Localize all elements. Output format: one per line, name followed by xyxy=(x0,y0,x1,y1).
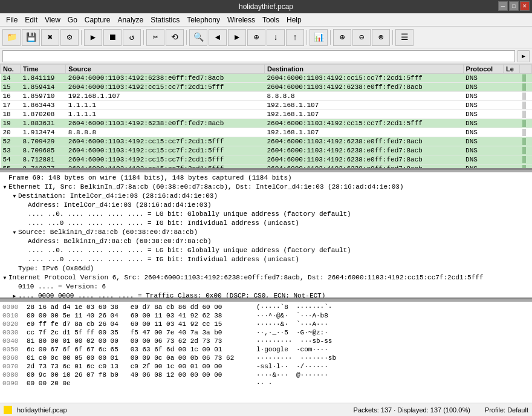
prev-toolbar-button[interactable]: ◄ xyxy=(209,29,227,46)
title-text: holidaythief.pcap xyxy=(239,2,293,11)
color-bar xyxy=(522,165,526,170)
hex-bytes: 28 16 ad d4 1e 03 60 38 e0 d7 8a cb 86 d… xyxy=(27,303,256,311)
table-row[interactable]: 141.8411192604:6000:1103:4192:6238:e0ff:… xyxy=(1,74,532,83)
menu-item-analyze[interactable]: Analyze xyxy=(114,15,148,25)
hex-line: 0040 81 80 00 01 00 02 00 00 00 00 06 73… xyxy=(2,337,530,345)
table-row[interactable]: 191.8836312604:6000:1103:4192:6238:e0ff:… xyxy=(1,119,532,128)
detail-text: 0110 .... = Version: 6 xyxy=(18,282,106,291)
packet-table: No. Time Source Destination Protocol Le … xyxy=(0,64,532,170)
hex-bytes: 01 c0 0c 00 05 00 00 01 00 09 0c 0a 00 0… xyxy=(27,354,256,362)
zoom-fit-toolbar-button[interactable]: ⊗ xyxy=(372,29,390,46)
table-row[interactable]: 161.859710192.168.1.1078.8.8.8DNS xyxy=(1,92,532,101)
hex-line: 0010 00 00 00 5e 11 40 26 04 60 00 11 03… xyxy=(2,311,530,320)
table-row[interactable]: 181.8702081.1.1.1192.168.1.107DNS xyxy=(1,110,532,119)
col-destination: Destination xyxy=(264,65,463,74)
tree-triangle-icon[interactable] xyxy=(1,183,8,192)
detail-line: .... 0000 0000 .... .... .... = Traffic … xyxy=(1,291,531,299)
detail-text: .... ...0 .... .... .... .... = IG bit: … xyxy=(28,255,299,264)
graph-toolbar-button[interactable]: 📊 xyxy=(310,29,328,46)
hex-offset: 0000 xyxy=(2,303,27,311)
hex-ascii: ··,·_··5 ·G·~@z:· xyxy=(256,328,328,337)
options-toolbar-button[interactable]: ⚙ xyxy=(60,29,79,46)
hex-ascii: -ssl·l·· ·/······ xyxy=(256,362,328,371)
hex-line: 0060 01 c0 0c 00 05 00 00 01 00 09 0c 0a… xyxy=(2,354,530,362)
hex-bytes: 2d 73 73 6c 01 6c c0 13 c0 2f 00 1c 00 0… xyxy=(27,362,256,371)
color-bar xyxy=(522,138,526,145)
hex-bytes: 6c 00 67 6f 6f 67 6c 65 03 63 6f 6d 00 1… xyxy=(27,345,256,354)
maximize-button[interactable]: □ xyxy=(509,1,519,11)
table-row[interactable]: 558.7130772604:6000:1103:4192:cc15:cc7f:… xyxy=(1,164,532,171)
color-bar xyxy=(522,74,526,82)
detail-text: Address: BelkinIn_d7:8a:cb (60:38:e0:d7:… xyxy=(28,237,212,246)
detail-text: .... ..0. .... .... .... .... = LG bit: … xyxy=(28,246,351,255)
zoom-out-toolbar-button[interactable]: ⊖ xyxy=(352,29,371,46)
detail-text: Type: IPv6 (0x86dd) xyxy=(18,264,94,273)
jump-toolbar-button[interactable]: ⊕ xyxy=(247,29,265,46)
tree-triangle-icon[interactable] xyxy=(11,228,18,237)
hex-bytes: cc 7f 2c d1 5f ff 00 35 f5 47 00 7e 40 7… xyxy=(27,328,256,337)
status-bar: holidaythief.pcap Packets: 137 · Display… xyxy=(0,403,532,416)
restart-toolbar-button[interactable]: ↺ xyxy=(123,29,141,46)
detail-text: .... 0000 0000 .... .... .... = Traffic … xyxy=(18,291,325,299)
menu-item-help[interactable]: Help xyxy=(283,15,305,25)
hex-line: 0000 28 16 ad d4 1e 03 60 38 e0 d7 8a cb… xyxy=(2,303,530,311)
menu-item-statistics[interactable]: Statistics xyxy=(147,15,183,25)
hex-ascii: ········· ·······sb xyxy=(256,354,336,362)
toolbar: 📁💾✖⚙▶⏹↺✂⟲🔍◄►⊕↓↑📊⊕⊖⊗☰ xyxy=(0,27,532,48)
go-down-toolbar-button[interactable]: ↓ xyxy=(267,29,285,46)
col-source: Source xyxy=(66,65,265,74)
hex-offset: 0040 xyxy=(2,337,27,345)
hex-bytes: 00 00 00 5e 11 40 26 04 60 00 11 03 41 9… xyxy=(27,311,256,320)
close-cap-toolbar-button[interactable]: ✖ xyxy=(41,29,59,46)
status-filename: holidaythief.pcap xyxy=(17,406,67,414)
find-toolbar-button[interactable]: 🔍 xyxy=(189,29,207,46)
menu-item-view[interactable]: View xyxy=(41,15,64,25)
table-row[interactable]: 538.7096852604:6000:1103:4192:cc15:cc7f:… xyxy=(1,146,532,155)
table-row[interactable]: 171.8634431.1.1.1192.168.1.107DNS xyxy=(1,101,532,110)
menu-item-edit[interactable]: Edit xyxy=(21,15,41,25)
stop-toolbar-button[interactable]: ⏹ xyxy=(103,29,122,46)
table-row[interactable]: 528.7094292604:6000:1103:4192:cc15:cc7f:… xyxy=(1,137,532,146)
save-toolbar-button[interactable]: 💾 xyxy=(22,29,40,46)
start-toolbar-button[interactable]: ▶ xyxy=(84,29,102,46)
hex-line: 0070 2d 73 73 6c 01 6c c0 13 c0 2f 00 1c… xyxy=(2,362,530,371)
filter-input[interactable] xyxy=(2,50,515,62)
reload-toolbar-button[interactable]: ⟲ xyxy=(166,29,184,46)
hex-bytes: e0 ff fe d7 8a cb 26 04 60 00 11 03 41 9… xyxy=(27,320,256,328)
toolbar-separator xyxy=(186,30,187,45)
list-toolbar-button[interactable]: ☰ xyxy=(395,29,414,46)
menu-item-capture[interactable]: Capture xyxy=(81,15,114,25)
status-icon xyxy=(4,406,12,414)
color-bar xyxy=(522,156,526,163)
detail-line: Address: BelkinIn_d7:8a:cb (60:38:e0:d7:… xyxy=(1,237,531,246)
menu-item-telephony[interactable]: Telephony xyxy=(183,15,224,25)
detail-text: .... ..0. .... .... .... .... = LG bit: … xyxy=(28,210,351,219)
detail-line: .... ...0 .... .... .... .... = IG bit: … xyxy=(1,219,531,228)
close-button[interactable]: ✕ xyxy=(520,1,530,11)
tree-triangle-icon[interactable] xyxy=(1,273,8,282)
detail-line: .... ..0. .... .... .... .... = LG bit: … xyxy=(1,210,531,219)
zoom-in-toolbar-button[interactable]: ⊕ xyxy=(333,29,351,46)
table-row[interactable]: 151.8594142604:6000:1103:4192:cc15:cc7f:… xyxy=(1,83,532,92)
hex-dump[interactable]: 0000 28 16 ad d4 1e 03 60 38 e0 d7 8a cb… xyxy=(0,302,532,403)
menu-item-tools[interactable]: Tools xyxy=(259,15,283,25)
go-up-toolbar-button[interactable]: ↑ xyxy=(286,29,304,46)
filter-arrow-right[interactable]: ▶ xyxy=(517,50,530,62)
color-bar xyxy=(522,83,526,91)
packet-detail[interactable]: Frame 60: 148 bytes on wire (1184 bits),… xyxy=(0,172,532,299)
hex-line: 0030 cc 7f 2c d1 5f ff 00 35 f5 47 00 7e… xyxy=(2,328,530,337)
menu-item-file[interactable]: File xyxy=(2,15,21,25)
next-toolbar-button[interactable]: ► xyxy=(228,29,246,46)
table-row[interactable]: 201.9134748.8.8.8192.168.1.107DNS xyxy=(1,128,532,137)
menu-item-go[interactable]: Go xyxy=(64,15,81,25)
packet-table-body: 141.8411192604:6000:1103:4192:6238:e0ff:… xyxy=(1,74,532,171)
menu-item-wireless[interactable]: Wireless xyxy=(224,15,259,25)
minimize-button[interactable]: ─ xyxy=(498,1,508,11)
toolbar-separator xyxy=(307,30,307,45)
tree-triangle-icon[interactable] xyxy=(11,192,18,201)
table-row[interactable]: 548.7128812604:6000:1103:4192:cc15:cc7f:… xyxy=(1,155,532,164)
open-toolbar-button[interactable]: 📁 xyxy=(2,29,21,46)
packet-list[interactable]: No. Time Source Destination Protocol Le … xyxy=(0,64,532,170)
tree-triangle-icon[interactable] xyxy=(11,291,18,299)
cut-toolbar-button[interactable]: ✂ xyxy=(146,29,164,46)
